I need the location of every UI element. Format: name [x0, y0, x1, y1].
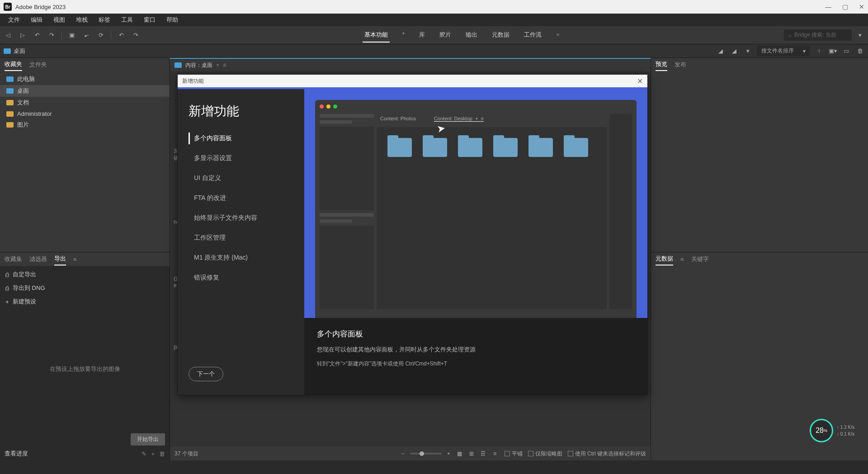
ctrl-hint-checkbox[interactable]: 使用 Ctrl 键来选择标记和评级 [568, 450, 646, 458]
trash-icon[interactable]: 🗑 [159, 450, 165, 457]
panel-menu-icon[interactable]: ≡ [223, 62, 226, 68]
export-dng[interactable]: ⎙导出到 DNG [0, 281, 170, 295]
tree-item-pictures[interactable]: 图片 [0, 119, 170, 131]
net-down: ↓ 0.1 K/s [837, 431, 854, 436]
thumb-only-checkbox[interactable]: 仅限缩略图 [528, 450, 562, 458]
feature-desc-hint: 转到"文件">"新建内容"选项卡或使用 Ctrl/Cmd+Shift+T [317, 360, 635, 368]
panel-menu-icon[interactable]: ≡ [680, 254, 684, 265]
menu-view[interactable]: 视图 [49, 14, 70, 26]
add-tab-icon[interactable]: + [216, 62, 219, 68]
close-icon[interactable]: ✕ [637, 77, 643, 85]
nav-back-icon[interactable]: ◁ [4, 31, 13, 40]
menu-file[interactable]: 文件 [4, 14, 24, 26]
export-new-preset[interactable]: +新建预设 [0, 295, 170, 308]
zoom-out-icon[interactable]: − [401, 450, 405, 457]
workspace-workflow[interactable]: 工作流 [522, 28, 543, 43]
feature-workspace-mgmt[interactable]: 工作区管理 [189, 232, 293, 244]
boomerang-icon[interactable]: ⬐ [82, 31, 91, 40]
menu-tools[interactable]: 工具 [117, 14, 137, 26]
feature-desc-text: 您现在可以创建其他内容面板，并同时从多个文件夹处理资源 [317, 346, 635, 354]
tree-item-computer[interactable]: 此电脑 [0, 73, 170, 85]
view-list-icon[interactable]: ≡ [491, 450, 499, 458]
view-progress-link[interactable]: 查看进度 [5, 450, 28, 458]
next-button[interactable]: 下一个 [189, 367, 223, 381]
dialog-heading: 新增功能 [189, 103, 293, 120]
thumb-size-up-icon[interactable]: ◢ [730, 47, 739, 56]
camera-icon[interactable]: ▣ [67, 31, 76, 40]
workspace-output[interactable]: 输出 [464, 28, 479, 43]
tab-collections[interactable]: 收藏集 [5, 253, 22, 265]
thumb-size-down-icon[interactable]: ◢ [716, 47, 725, 56]
workspace-tabs: 基本功能 ▾ 库 胶片 输出 元数据 工作流 » [140, 28, 784, 43]
close-button[interactable]: ✕ [859, 3, 864, 10]
search-input[interactable]: ⌕ Bridge 搜索: 当前 [784, 29, 852, 41]
search-dropdown-icon[interactable]: ▾ [855, 31, 864, 40]
tile-checkbox[interactable]: 平铺 [505, 450, 523, 458]
feature-m1[interactable]: M1 原生支持 (Mac) [189, 252, 293, 264]
view-grid-icon[interactable]: ▦ [456, 450, 464, 458]
menu-stack[interactable]: 堆栈 [71, 14, 92, 26]
whats-new-dialog: 新增功能 ✕ 新增功能 多个内容面板 多显示器设置 UI 自定义 FTA 的改进… [177, 74, 648, 395]
filter-icon[interactable]: ▾ [743, 47, 752, 56]
view-grid2-icon[interactable]: ⊞ [467, 450, 476, 458]
workspace-essentials[interactable]: 基本功能 [363, 28, 390, 43]
export-tabs: 收藏集 滤选器 导出 ≡ [0, 252, 170, 266]
tab-filter[interactable]: 滤选器 [29, 253, 47, 265]
workspace-filmstrip[interactable]: 胶片 [438, 28, 453, 43]
tab-keywords[interactable]: 关键字 [691, 253, 709, 265]
breadcrumb[interactable]: 桌面 [14, 47, 25, 55]
trash-icon[interactable]: 🗑 [855, 47, 864, 56]
open-in-icon[interactable]: ▣▾ [828, 47, 837, 56]
pencil-icon[interactable]: ✎ [142, 450, 146, 457]
menu-label[interactable]: 标签 [94, 14, 115, 26]
feature-subfolders[interactable]: 始终显示子文件夹内容 [189, 212, 293, 224]
tree-item-documents[interactable]: 文档 [0, 97, 170, 109]
content-panel: 内容：桌面 + ≡ 3DM 破解 netco Goo e 阿里 新增功能 ✕ [170, 58, 651, 460]
sort-select[interactable]: 按文件名排序 ▾ [757, 46, 810, 56]
network-widget: 28% ↑ 1.2 K/s ↓ 0.1 K/s [810, 419, 854, 442]
folder-icon [4, 48, 11, 54]
tab-metadata[interactable]: 元数据 [656, 253, 673, 265]
sort-asc-icon[interactable]: ↑ [815, 47, 824, 56]
feature-multiple-panels[interactable]: 多个内容面板 [189, 133, 293, 144]
feature-list: 多个内容面板 多显示器设置 UI 自定义 FTA 的改进 始终显示子文件夹内容 … [189, 133, 293, 367]
nav-recent-icon[interactable]: ↷ [47, 31, 56, 40]
workspace-metadata[interactable]: 元数据 [490, 28, 511, 43]
plus-icon[interactable]: + [151, 450, 155, 457]
menu-window[interactable]: 窗口 [139, 14, 160, 26]
thumbnail-slider[interactable] [410, 453, 442, 455]
tab-folders[interactable]: 文件夹 [29, 59, 47, 71]
tab-export[interactable]: 导出 [54, 253, 66, 265]
chevron-down-icon[interactable]: ▾ [401, 28, 406, 43]
start-export-button[interactable]: 开始导出 [131, 433, 165, 446]
maximize-button[interactable]: ▢ [842, 3, 848, 10]
view-detail-icon[interactable]: ☰ [479, 450, 487, 458]
workspace-more-icon[interactable]: » [554, 28, 561, 43]
zoom-in-icon[interactable]: + [447, 450, 450, 457]
feature-bugfixes[interactable]: 错误修复 [189, 272, 293, 284]
redo-icon[interactable]: ↷ [131, 31, 140, 40]
tab-publish[interactable]: 发布 [675, 59, 686, 71]
export-custom[interactable]: ⎙自定导出 [0, 268, 170, 281]
feature-ui-custom[interactable]: UI 自定义 [189, 172, 293, 184]
refresh-icon[interactable]: ⟳ [96, 31, 105, 40]
plus-icon: + [5, 299, 9, 305]
content-body[interactable]: 3DM 破解 netco Goo e 阿里 新增功能 ✕ 新增功能 [170, 71, 651, 447]
nav-up-icon[interactable]: ↶ [33, 31, 42, 40]
nav-forward-icon[interactable]: ▷ [18, 31, 27, 40]
tree-item-desktop[interactable]: 桌面 [0, 85, 170, 97]
feature-multi-monitor[interactable]: 多显示器设置 [189, 152, 293, 164]
tab-favorites[interactable]: 收藏夹 [5, 58, 22, 71]
search-icon: ⌕ [788, 32, 792, 38]
feature-fta[interactable]: FTA 的改进 [189, 192, 293, 204]
titlebar: Br Adobe Bridge 2023 — ▢ ✕ [0, 0, 868, 14]
minimize-button[interactable]: — [825, 3, 831, 10]
menu-help[interactable]: 帮助 [162, 14, 183, 26]
panel-menu-icon[interactable]: ≡ [73, 254, 77, 265]
menu-edit[interactable]: 编辑 [26, 14, 47, 26]
undo-icon[interactable]: ↶ [117, 31, 126, 40]
tab-preview[interactable]: 预览 [656, 58, 667, 71]
workspace-library[interactable]: 库 [417, 28, 427, 43]
tree-item-administrator[interactable]: Administrator [0, 109, 170, 119]
new-folder-icon[interactable]: ▭ [842, 47, 851, 56]
